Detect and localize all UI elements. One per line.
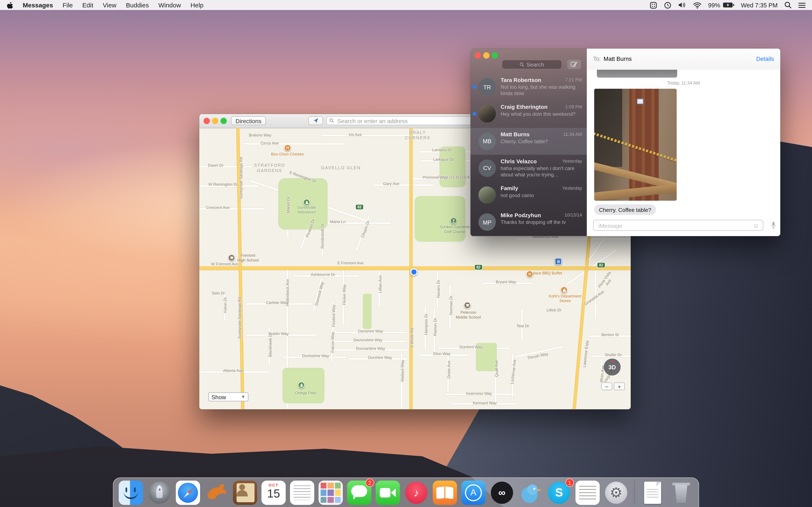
tree-poi-icon[interactable]	[303, 199, 310, 206]
conversation-name: Tara Robertson	[501, 77, 541, 83]
minimize-button[interactable]	[483, 52, 490, 59]
volume-icon[interactable]	[678, 2, 686, 9]
food-poi-icon[interactable]	[284, 145, 291, 152]
messages-dock-icon[interactable]: 2	[347, 481, 371, 505]
current-location-button[interactable]	[308, 116, 323, 125]
previous-photo-partial[interactable]	[597, 70, 677, 78]
map-label: Larkspur Dr	[433, 157, 454, 162]
documents-dock-icon[interactable]	[641, 481, 665, 505]
menu-file[interactable]: File	[63, 1, 73, 9]
school-poi-icon[interactable]	[228, 255, 235, 261]
battery-status[interactable]: 99%	[708, 2, 734, 8]
imessage-field[interactable]: ☺	[593, 220, 763, 231]
conversation-tara-robertson[interactable]: TRTara Robertson7:21 PMNot too long, but…	[470, 73, 587, 101]
textedit-dock-icon[interactable]	[290, 481, 314, 505]
map-label: Flicker Way	[342, 284, 347, 305]
twitterrific-dock-icon[interactable]	[518, 481, 543, 505]
shop-poi-icon[interactable]	[561, 286, 567, 293]
app-store-dock-icon[interactable]: A	[461, 481, 486, 505]
menu-bar-clock[interactable]: Wed 7:35 PM	[741, 2, 778, 8]
conversation-family[interactable]: FamilyYesterdaynot good camo	[470, 182, 587, 209]
conversation-chris-velazco[interactable]: CVChris VelazcoYesterdayhaha especially …	[470, 155, 587, 182]
imessage-input[interactable]	[597, 222, 750, 229]
stamps-dock-icon[interactable]	[318, 481, 343, 505]
map-label: Quail Ave	[494, 360, 499, 377]
apple-menu[interactable]	[6, 1, 13, 9]
school-poi-icon[interactable]	[464, 302, 471, 309]
map-label: Mallard Way	[400, 360, 405, 382]
map-label: Devonshire Way	[354, 338, 383, 343]
zoom-button[interactable]	[220, 118, 227, 124]
menu-extra-clock-icon[interactable]	[664, 1, 671, 9]
contacts-dock-icon[interactable]	[233, 481, 257, 505]
map-road	[244, 143, 345, 145]
map-label: Fremont High School	[237, 253, 259, 263]
infinity-app-dock-icon[interactable]: ∞	[490, 481, 514, 505]
menu-window[interactable]: Window	[158, 1, 181, 9]
menu-help[interactable]: Help	[191, 1, 204, 9]
received-message-bubble: Cherry. Coffee table?	[594, 205, 656, 215]
map-label: Yukon Dr	[223, 297, 228, 313]
conversation-sidebar: Search TRTara Robertson7:21 PMNot too lo…	[470, 49, 587, 236]
compose-button[interactable]	[567, 60, 581, 69]
system-preferences-dock-icon[interactable]: ⚙	[604, 481, 628, 505]
notification-badge: 1	[565, 478, 574, 487]
chat-transcript[interactable]: Today, 11:34 AM Cherry. Coffee table?	[587, 70, 780, 217]
map-road	[199, 166, 252, 167]
transit-poi-icon[interactable]	[555, 258, 562, 265]
golf-poi-icon[interactable]	[450, 217, 457, 224]
zoom-button[interactable]	[492, 52, 498, 59]
launchpad-dock-icon[interactable]	[147, 481, 171, 505]
menu-view[interactable]: View	[103, 1, 116, 9]
finder-dock-icon[interactable]	[119, 481, 143, 505]
bird-app-dock-icon[interactable]	[204, 481, 229, 505]
emoji-picker-icon[interactable]: ☺	[753, 222, 759, 228]
directions-button[interactable]: Directions	[231, 116, 266, 125]
itunes-dock-icon[interactable]: ♪	[404, 481, 428, 505]
attachment-photo[interactable]	[594, 89, 677, 201]
details-link[interactable]: Details	[756, 56, 774, 62]
ibooks-dock-icon[interactable]	[433, 481, 457, 505]
spotlight-search-icon[interactable]	[784, 2, 792, 9]
conversation-time: Yesterday	[562, 185, 582, 191]
three-d-label: 3D	[608, 364, 616, 370]
menu-edit[interactable]: Edit	[82, 1, 93, 9]
menu-buddies[interactable]: Buddies	[126, 1, 149, 9]
conversation-preview: Thanks for dropping off the tv	[501, 220, 583, 234]
microphone-icon[interactable]	[771, 221, 776, 231]
minimize-button[interactable]	[212, 118, 218, 124]
menu-extra-grid-icon[interactable]	[649, 1, 657, 9]
wifi-icon[interactable]	[693, 2, 701, 8]
close-button[interactable]	[204, 118, 210, 124]
recipient-name: Matt Burns	[604, 56, 631, 62]
conversation-craig-etherington[interactable]: Craig Etherington1:08 PMHey what you doi…	[470, 101, 587, 128]
show-dropdown[interactable]: Show ▼	[208, 393, 248, 402]
conversation-time: 7:21 PM	[565, 77, 582, 82]
three-d-button[interactable]: 3D	[604, 359, 621, 376]
calendar-dock-icon[interactable]: OCT15	[261, 481, 286, 505]
conversation-matt-burns[interactable]: MBMatt Burns11:34 AMCherry. Coffee table…	[470, 128, 587, 155]
zoom-out-button[interactable]: −	[601, 382, 612, 390]
map-label: Firebird Way	[331, 304, 336, 327]
facetime-dock-icon[interactable]	[375, 481, 400, 505]
notification-center-icon[interactable]	[798, 2, 806, 8]
location-arrow-icon	[313, 118, 319, 124]
route-82-shield: 82	[355, 204, 363, 210]
map-label: Sunnyvale Saratoga Rd	[239, 157, 244, 199]
tree-poi-icon[interactable]	[298, 382, 305, 389]
active-app-name[interactable]: Messages	[23, 1, 53, 9]
messages-search-field[interactable]: Search	[502, 60, 561, 69]
close-button[interactable]	[475, 52, 481, 59]
trash-dock-icon[interactable]	[669, 481, 693, 505]
safari-dock-icon[interactable]	[176, 481, 200, 505]
zoom-in-button[interactable]: +	[614, 382, 625, 390]
map-label: Lantana Dr	[432, 148, 452, 153]
search-icon	[519, 62, 524, 67]
notes-dock-icon[interactable]	[575, 481, 600, 505]
skype-dock-icon[interactable]: S1	[547, 481, 571, 505]
conversation-mike-podzyhun[interactable]: MPMike Podzyhun10/13/14Thanks for droppi…	[470, 209, 587, 236]
map-road	[573, 233, 591, 409]
map-park-area	[440, 147, 465, 187]
food-poi-icon[interactable]	[526, 271, 533, 278]
map-label: Iris Ave	[349, 132, 362, 137]
